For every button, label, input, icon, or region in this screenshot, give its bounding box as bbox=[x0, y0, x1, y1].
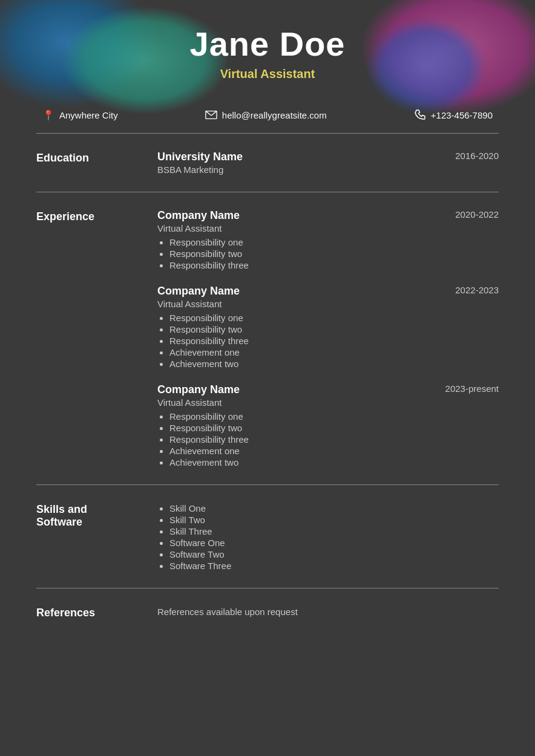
experience-label: Experience bbox=[36, 209, 157, 468]
contact-location: Anywhere City bbox=[42, 109, 118, 121]
education-label: Education bbox=[36, 151, 157, 175]
exp-role: Virtual Assistant bbox=[157, 299, 240, 309]
exp-dates: 2023-present bbox=[445, 383, 499, 394]
edu-degree: BSBA Marketing bbox=[157, 165, 243, 175]
experience-section: Experience Company NameVirtual Assistant… bbox=[36, 195, 499, 482]
email-text: hello@reallygreatsite.com bbox=[222, 110, 327, 120]
phone-icon bbox=[414, 109, 426, 121]
edu-institution: University Name bbox=[157, 151, 243, 163]
education-divider bbox=[36, 192, 499, 192]
list-item: Skill One bbox=[169, 503, 499, 513]
contact-phone: +123-456-7890 bbox=[414, 109, 493, 121]
list-item: Achievement one bbox=[169, 446, 499, 456]
edu-dates: 2016-2020 bbox=[455, 151, 499, 161]
experience-divider bbox=[36, 484, 499, 485]
exp-company: Company Name bbox=[157, 209, 240, 222]
candidate-name: Jane Doe bbox=[36, 24, 499, 64]
exp-role: Virtual Assistant bbox=[157, 397, 240, 408]
list-item: Skill Three bbox=[169, 526, 499, 536]
skills-label: Skills and Software bbox=[36, 502, 157, 571]
list-item: Responsibility three bbox=[169, 336, 499, 346]
exp-dates: 2022-2023 bbox=[455, 285, 499, 295]
list-item: Responsibility two bbox=[169, 324, 499, 334]
exp-list: Responsibility oneResponsibility twoResp… bbox=[157, 237, 499, 270]
skills-list: Skill OneSkill TwoSkill ThreeSoftware On… bbox=[157, 503, 499, 571]
list-item: Responsibility two bbox=[169, 249, 499, 259]
education-content: University Name BSBA Marketing 2016-2020 bbox=[157, 151, 499, 175]
candidate-title: Virtual Assistant bbox=[36, 67, 499, 81]
list-item: Responsibility two bbox=[169, 423, 499, 433]
exp-entry: Company NameVirtual Assistant2020-2022Re… bbox=[157, 209, 499, 270]
skills-content: Skill OneSkill TwoSkill ThreeSoftware On… bbox=[157, 502, 499, 571]
list-item: Achievement one bbox=[169, 347, 499, 357]
exp-list: Responsibility oneResponsibility twoResp… bbox=[157, 411, 499, 468]
phone-text: +123-456-7890 bbox=[431, 110, 493, 120]
list-item: Responsibility three bbox=[169, 260, 499, 270]
exp-company: Company Name bbox=[157, 285, 240, 298]
contact-divider bbox=[36, 133, 499, 134]
list-item: Skill Two bbox=[169, 515, 499, 525]
exp-role: Virtual Assistant bbox=[157, 223, 240, 233]
skills-section: Skills and Software Skill OneSkill TwoSk… bbox=[36, 487, 499, 585]
exp-entry: Company NameVirtual Assistant2022-2023Re… bbox=[157, 285, 499, 369]
references-text: References available upon request bbox=[157, 605, 499, 617]
contact-email: hello@reallygreatsite.com bbox=[205, 109, 327, 121]
list-item: Achievement two bbox=[169, 457, 499, 468]
list-item: Responsibility one bbox=[169, 313, 499, 323]
list-item: Software Two bbox=[169, 549, 499, 559]
contact-bar: Anywhere City hello@reallygreatsite.com … bbox=[36, 99, 499, 131]
skills-divider bbox=[36, 588, 499, 588]
email-icon bbox=[205, 109, 217, 121]
resume-header: Jane Doe Virtual Assistant bbox=[36, 0, 499, 93]
list-item: Responsibility one bbox=[169, 411, 499, 422]
list-item: Achievement two bbox=[169, 359, 499, 369]
exp-company: Company Name bbox=[157, 383, 240, 396]
location-icon bbox=[42, 109, 54, 121]
list-item: Software Three bbox=[169, 561, 499, 571]
exp-entry: Company NameVirtual Assistant2023-presen… bbox=[157, 383, 499, 468]
list-item: Software One bbox=[169, 538, 499, 548]
experience-content: Company NameVirtual Assistant2020-2022Re… bbox=[157, 209, 499, 468]
exp-dates: 2020-2022 bbox=[455, 209, 499, 220]
references-label: References bbox=[36, 605, 157, 619]
list-item: Responsibility one bbox=[169, 237, 499, 247]
exp-list: Responsibility oneResponsibility twoResp… bbox=[157, 313, 499, 369]
list-item: Responsibility three bbox=[169, 434, 499, 445]
references-content: References available upon request bbox=[157, 605, 499, 619]
references-section: References References available upon req… bbox=[36, 591, 499, 634]
location-text: Anywhere City bbox=[59, 110, 118, 120]
education-section: Education University Name BSBA Marketing… bbox=[36, 136, 499, 189]
